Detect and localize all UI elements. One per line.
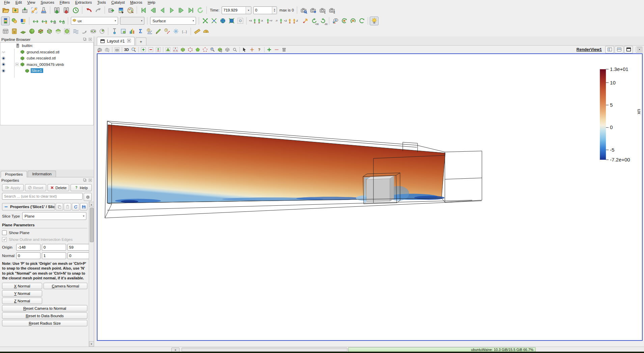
zoom-to-box-icon[interactable] xyxy=(130,46,137,53)
normal-z-field[interactable] xyxy=(67,252,89,259)
selection-help-icon[interactable]: ? xyxy=(256,46,263,53)
origin-z-field[interactable] xyxy=(67,244,89,251)
select-cells-polygon-icon[interactable] xyxy=(194,46,201,53)
float-dock-button[interactable] xyxy=(82,37,87,42)
camera-undo-icon[interactable] xyxy=(96,46,104,53)
vcr-last-icon[interactable] xyxy=(186,5,195,15)
tab-layout-1[interactable]: Layout #1 xyxy=(97,37,135,45)
add-layout-tab-button[interactable]: + xyxy=(136,37,146,45)
visibility-eye-open-icon[interactable] xyxy=(0,56,6,61)
save-screenshot-view-icon[interactable] xyxy=(113,46,121,53)
camera-redo-icon[interactable] xyxy=(104,46,111,53)
contour-icon[interactable] xyxy=(19,27,27,36)
calculator-icon[interactable] xyxy=(10,27,19,36)
render-view-name[interactable]: RenderView1 xyxy=(577,47,602,52)
camera-zoom-icon[interactable] xyxy=(299,5,308,15)
close-layout-tab-icon[interactable] xyxy=(127,39,131,44)
vcr-prev-icon[interactable] xyxy=(148,5,158,15)
set-view-plus-z-button[interactable]: +Z xyxy=(283,17,292,25)
split-vertical-button[interactable] xyxy=(615,46,623,53)
menu-filters[interactable]: Filters xyxy=(57,0,73,4)
reset-camera-closest-icon[interactable] xyxy=(218,17,227,25)
origin-x-field[interactable] xyxy=(16,244,40,251)
z-normal-button[interactable]: Z Normal xyxy=(2,298,42,304)
clip-icon[interactable] xyxy=(36,27,45,36)
menu-file[interactable]: File xyxy=(1,0,13,4)
pipeline-item[interactable]: builtin: xyxy=(0,43,93,49)
stream-tracer-icon[interactable] xyxy=(71,27,80,36)
show-plane-checkbox[interactable] xyxy=(2,230,7,235)
adjust-azimuth-icon[interactable] xyxy=(340,17,348,25)
scroll-down-icon[interactable]: ▼ xyxy=(89,341,94,347)
set-view-minus-z-button[interactable]: -Z xyxy=(292,17,301,25)
rescale-custom-icon[interactable] xyxy=(40,17,49,25)
menu-view[interactable]: View xyxy=(25,0,38,4)
adjust-roll-icon[interactable] xyxy=(357,17,366,25)
glyph-icon[interactable] xyxy=(27,27,36,36)
pick-center-icon[interactable] xyxy=(241,46,248,53)
save-screenshot-icon[interactable] xyxy=(20,5,29,15)
toggle-selection-icon[interactable] xyxy=(155,46,162,53)
interactive-select-points-icon[interactable] xyxy=(224,46,231,53)
extract-subset-icon[interactable] xyxy=(62,27,71,36)
delete-button[interactable]: Delete xyxy=(48,184,69,191)
float-properties-button[interactable] xyxy=(82,178,87,182)
zoom-closest-icon[interactable] xyxy=(227,17,236,25)
screenshot-frame-icon[interactable] xyxy=(236,17,245,25)
rescale-temporal-icon[interactable] xyxy=(57,17,66,25)
save-state-icon[interactable] xyxy=(39,5,48,15)
scrollbar-track[interactable] xyxy=(89,207,94,341)
tree-expander-icon[interactable] xyxy=(15,62,20,66)
camera-2-icon[interactable]: 2 xyxy=(327,5,337,15)
interactive-select-cells-icon[interactable] xyxy=(216,46,224,53)
menu-catalyst[interactable]: Catalyst xyxy=(109,0,128,4)
vcr-next-icon[interactable] xyxy=(176,5,186,15)
reset-button[interactable]: Reset xyxy=(25,184,47,191)
maximize-view-button[interactable] xyxy=(624,46,633,53)
properties-scrollbar[interactable]: ▲ ▼ xyxy=(89,202,94,347)
connect-icon[interactable] xyxy=(52,5,61,15)
color-by-array[interactable]: ux▾ xyxy=(71,17,118,25)
menu-tools[interactable]: Tools xyxy=(94,0,109,4)
group-datasets-icon[interactable] xyxy=(89,27,97,36)
edit-color-map-icon[interactable] xyxy=(10,17,19,25)
color-preset-icon[interactable] xyxy=(116,5,125,15)
set-view-minus-x-button[interactable]: -X xyxy=(257,17,266,25)
rescale-visible-icon[interactable] xyxy=(49,17,57,25)
camera-add-icon[interactable] xyxy=(308,5,318,15)
set-view-plus-y-button[interactable]: +Y xyxy=(266,17,275,25)
rescale-data-icon[interactable] xyxy=(31,17,40,25)
scroll-up-icon[interactable]: ▲ xyxy=(89,202,94,207)
slice-icon[interactable] xyxy=(45,27,54,36)
help-button[interactable]: ?Help xyxy=(71,184,92,191)
spinner-arrows-icon[interactable]: ▲▼ xyxy=(272,7,277,14)
frame-value[interactable] xyxy=(254,7,272,13)
save-data-icon[interactable] xyxy=(10,5,20,15)
time-value[interactable] xyxy=(222,7,246,13)
menu-help[interactable]: Help xyxy=(145,0,158,4)
menu-extractors[interactable]: Extractors xyxy=(73,0,95,4)
isometric-view-icon[interactable] xyxy=(301,17,310,25)
extract-selection-icon[interactable] xyxy=(119,27,128,36)
tab-properties[interactable]: Properties xyxy=(1,171,27,177)
vcr-back-icon[interactable] xyxy=(158,5,167,15)
toggle-color-legend-icon[interactable] xyxy=(1,17,10,25)
show-outline-checkbox[interactable] xyxy=(2,237,7,242)
close-properties-button[interactable] xyxy=(88,178,92,182)
protractor-icon[interactable] xyxy=(201,27,210,36)
paste-properties-icon[interactable] xyxy=(64,203,71,210)
set-view-minus-y-button[interactable]: -Y xyxy=(275,17,283,25)
clear-selection-icon[interactable] xyxy=(280,46,288,53)
select-points-through-icon[interactable] xyxy=(187,46,194,53)
color-component[interactable]: ▾ xyxy=(120,17,144,25)
separate-color-map-icon[interactable] xyxy=(19,17,27,25)
copy-properties-icon[interactable] xyxy=(56,203,63,210)
tab-information[interactable]: Information xyxy=(28,171,56,177)
redo-icon[interactable] xyxy=(93,5,103,15)
history-icon[interactable] xyxy=(71,5,80,15)
vcr-play-icon[interactable] xyxy=(167,5,176,15)
origin-y-field[interactable] xyxy=(42,244,66,251)
hover-cells-icon[interactable] xyxy=(231,46,239,53)
menu-macros[interactable]: Macros xyxy=(128,0,145,4)
visibility-eye-closed-icon[interactable] xyxy=(0,49,6,54)
